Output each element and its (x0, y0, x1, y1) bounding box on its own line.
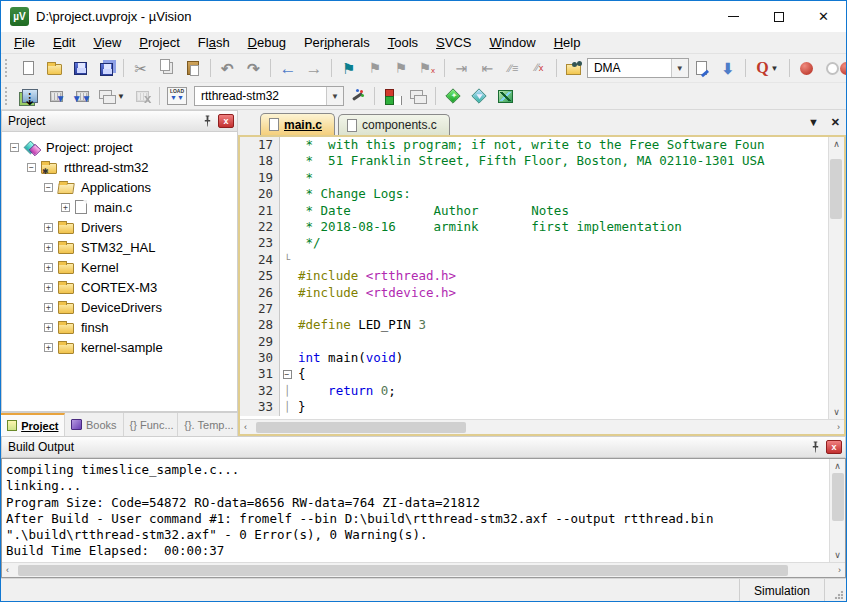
toolbar-grip[interactable] (5, 59, 10, 77)
code-line[interactable]: 23 */ (240, 235, 828, 251)
expand-icon[interactable]: + (44, 303, 53, 312)
expand-icon[interactable]: + (44, 243, 53, 252)
build-scroll-left-icon[interactable]: ‹ (6, 565, 9, 575)
build-button[interactable]: ▼ (44, 85, 68, 107)
open-file-button[interactable] (42, 57, 66, 79)
code-line[interactable]: 29 (240, 334, 828, 350)
tree-item-label[interactable]: STM32_HAL (79, 240, 157, 255)
tree-item[interactable]: +DeviceDrivers (2, 297, 237, 317)
expand-icon[interactable]: + (44, 223, 53, 232)
tree-item[interactable]: +main.c (2, 197, 237, 217)
expand-icon[interactable]: + (44, 343, 53, 352)
fold-collapse-icon[interactable]: − (283, 370, 292, 379)
tree-item[interactable]: +CORTEX-M3 (2, 277, 237, 297)
expand-icon[interactable]: + (61, 203, 70, 212)
navigate-back-button[interactable]: ← (276, 57, 300, 79)
maximize-button[interactable] (756, 1, 801, 32)
next-bookmark-button[interactable]: ⚑ (389, 57, 413, 79)
menu-peripherals[interactable]: Peripherals (295, 33, 379, 52)
toolbar-grip-2[interactable] (5, 87, 12, 105)
menu-edit[interactable]: Edit (44, 33, 84, 52)
comment-selection-button[interactable]: ∕∕≡ (501, 57, 525, 79)
tree-item-label[interactable]: Project: project (44, 140, 135, 155)
find-in-files-dialog-button[interactable] (690, 57, 714, 79)
editor-tab-main-c[interactable]: main.c (260, 113, 335, 135)
expand-icon[interactable]: + (44, 283, 53, 292)
tree-item[interactable]: −Project: project (2, 137, 237, 157)
panel-tab-project[interactable]: Project (1, 413, 65, 436)
expand-icon[interactable]: + (44, 263, 53, 272)
options-for-target-button[interactable] (345, 85, 369, 107)
tree-item[interactable]: +kernel-sample (2, 337, 237, 357)
build-output-close-icon[interactable]: x (826, 440, 842, 454)
target-dropdown-button[interactable]: ▼ (326, 87, 343, 105)
editor-vertical-scrollbar[interactable]: ∧ ∨ (828, 137, 844, 419)
collapse-icon[interactable]: − (10, 143, 19, 152)
tree-item[interactable]: −rtthread-stm32 (2, 157, 237, 177)
code-line[interactable]: 27 (240, 301, 828, 317)
scroll-down-icon[interactable]: ∨ (833, 407, 840, 417)
stop-build-button[interactable]: x (130, 85, 154, 107)
paste-button[interactable] (181, 57, 205, 79)
build-hscroll-thumb[interactable] (18, 565, 788, 576)
quick-find-button[interactable]: Q▼ (750, 57, 784, 79)
select-software-packs-button[interactable] (467, 85, 491, 107)
target-combobox[interactable]: rtthread-stm32 ▼ (194, 86, 344, 106)
resize-grip[interactable] (824, 579, 846, 602)
project-panel-close-icon[interactable]: x (218, 114, 234, 128)
tree-item-label[interactable]: rtthread-stm32 (62, 160, 151, 175)
find-combobox[interactable]: DMA ▼ (587, 58, 689, 78)
save-button[interactable] (68, 57, 92, 79)
translate-file-button[interactable]: ⇣ (18, 85, 42, 107)
prev-bookmark-button[interactable]: ⚑ (363, 57, 387, 79)
code-line[interactable]: 33│} (240, 399, 828, 415)
menu-view[interactable]: View (84, 33, 130, 52)
download-button[interactable]: LOAD (165, 85, 189, 107)
collapse-icon[interactable]: − (44, 183, 53, 192)
expand-icon[interactable]: + (44, 323, 53, 332)
menu-debug[interactable]: Debug (239, 33, 295, 52)
tree-item-label[interactable]: Drivers (79, 220, 124, 235)
file-extensions-button[interactable] (406, 85, 430, 107)
scroll-right-icon[interactable]: › (837, 422, 840, 432)
tree-item-label[interactable]: main.c (92, 200, 134, 215)
tree-item[interactable]: −Applications (2, 177, 237, 197)
tree-item-label[interactable]: CORTEX-M3 (79, 280, 159, 295)
batch-build-button[interactable]: ▼ (96, 85, 128, 107)
code-line[interactable]: 21 * Date Author Notes (240, 203, 828, 219)
close-document-icon[interactable]: ✕ (831, 115, 840, 129)
incremental-find-button[interactable]: ⬇ (716, 57, 740, 79)
toggle-bookmark-button[interactable]: ⚑ (337, 57, 361, 79)
document-list-dropdown-icon[interactable]: ▼ (808, 115, 819, 129)
minimize-button[interactable] (711, 1, 756, 32)
tree-item-label[interactable]: finsh (79, 320, 110, 335)
insert-breakpoint-button[interactable] (795, 57, 819, 79)
manage-rte-button[interactable] (441, 85, 465, 107)
tree-item-label[interactable]: DeviceDrivers (79, 300, 164, 315)
code-line[interactable]: 24└ (240, 252, 828, 268)
tree-item[interactable]: +Drivers (2, 217, 237, 237)
code-line[interactable]: 19 * (240, 170, 828, 186)
uncomment-selection-button[interactable]: ∕∕x (527, 57, 551, 79)
build-vscroll-thumb[interactable] (832, 473, 844, 521)
code-line[interactable]: 26#include <rtdevice.h> (240, 285, 828, 301)
menu-help[interactable]: Help (545, 33, 590, 52)
tree-item-label[interactable]: Kernel (79, 260, 121, 275)
menu-file[interactable]: File (5, 33, 44, 52)
find-in-files-button[interactable] (562, 57, 586, 79)
cut-button[interactable]: ✂ (129, 57, 153, 79)
pin-icon[interactable] (199, 114, 215, 128)
build-scroll-right-icon[interactable]: › (838, 565, 841, 575)
build-scroll-down-icon[interactable]: ∨ (834, 550, 841, 560)
panel-tab-func[interactable]: {} Func... (124, 413, 179, 436)
rebuild-button[interactable]: ▼▼ (70, 85, 94, 107)
panel-tab-temp[interactable]: {}. Temp... (178, 413, 238, 436)
find-dropdown-button[interactable]: ▼ (671, 59, 688, 77)
scroll-up-icon[interactable]: ∧ (833, 139, 840, 149)
navigate-forward-button[interactable]: → (302, 57, 326, 79)
code-line[interactable]: 30int main(void) (240, 350, 828, 366)
build-vertical-scrollbar[interactable]: ∧ ∨ (829, 459, 845, 562)
menu-svcs[interactable]: SVCS (427, 33, 480, 52)
build-pin-icon[interactable] (807, 440, 823, 454)
tree-item[interactable]: +STM32_HAL (2, 237, 237, 257)
